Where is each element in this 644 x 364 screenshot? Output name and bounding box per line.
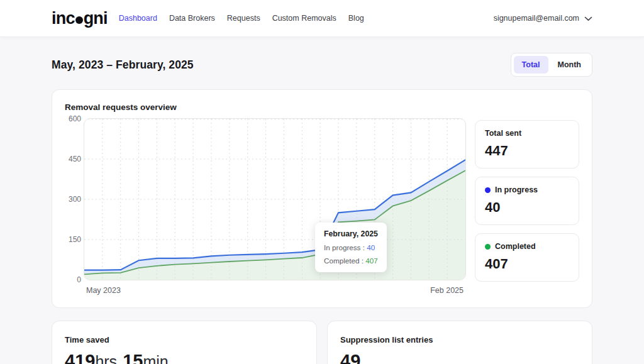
removal-requests-card: Removal requests overview 600 450 300 15… — [52, 89, 592, 308]
in-progress-dot-icon — [485, 187, 491, 193]
x-label-start: May 2023 — [86, 286, 121, 295]
in-progress-value: 40 — [485, 199, 569, 216]
time-saved-card: Time saved 419hrs15min — [52, 321, 317, 364]
logo-text-left: inc — [52, 9, 75, 28]
chart-region: 600 450 300 150 0 February, 2025 — [65, 118, 466, 295]
nav-item-dashboard[interactable]: Dashboard — [119, 14, 157, 23]
page-heading-row: May, 2023 – February, 2025 Total Month — [52, 53, 592, 77]
logo-text-right: gni — [84, 9, 108, 28]
date-range-title: May, 2023 – February, 2025 — [52, 58, 194, 72]
logo-dot-icon — [75, 16, 83, 24]
tooltip-value-in-progress: 40 — [367, 243, 375, 251]
y-tick: 600 — [69, 114, 81, 123]
hours-unit: hrs — [95, 353, 117, 364]
nav-item-data-brokers[interactable]: Data Brokers — [169, 14, 215, 23]
plot-area[interactable] — [84, 118, 466, 280]
y-tick: 450 — [69, 155, 81, 163]
stat-card-completed: Completed 407 — [475, 233, 579, 282]
suppression-list-card: Suppression list entries 49 — [327, 321, 592, 364]
y-tick: 300 — [69, 195, 81, 204]
nav-item-requests[interactable]: Requests — [227, 14, 260, 23]
tooltip-row-completed: Completed : 407 — [324, 256, 378, 265]
stat-label: Completed — [495, 242, 536, 251]
nav-item-blog[interactable]: Blog — [348, 14, 364, 23]
tooltip-value-completed: 407 — [365, 256, 378, 265]
y-tick: 0 — [77, 275, 81, 284]
stat-card-total-sent: Total sent 447 — [475, 120, 579, 168]
chevron-down-icon — [584, 13, 592, 24]
suppression-list-value: 49 — [340, 351, 579, 364]
account-email: signupemail@email.com — [494, 14, 579, 23]
toggle-month-button[interactable]: Month — [550, 56, 589, 74]
minutes-unit: min — [143, 353, 168, 364]
tooltip-title: February, 2025 — [324, 229, 378, 238]
account-menu[interactable]: signupemail@email.com — [494, 13, 592, 24]
card-title: Removal requests overview — [65, 102, 579, 112]
hours-number: 419 — [65, 351, 95, 364]
total-sent-value: 447 — [485, 143, 569, 159]
tooltip-row-in-progress: In progress : 40 — [324, 243, 378, 251]
main-nav: Dashboard Data Brokers Requests Custom R… — [119, 14, 364, 23]
y-axis: 600 450 300 150 0 — [65, 118, 81, 280]
y-tick: 150 — [69, 235, 81, 244]
suppression-list-label: Suppression list entries — [340, 335, 579, 345]
total-month-toggle: Total Month — [511, 53, 592, 77]
completed-value: 407 — [485, 256, 569, 272]
minutes-number: 15 — [123, 351, 143, 364]
time-saved-value: 419hrs15min — [65, 351, 304, 364]
stat-label: In progress — [495, 185, 538, 194]
stat-label: Total sent — [485, 129, 521, 138]
x-label-end: Feb 2025 — [430, 286, 464, 295]
toggle-total-button[interactable]: Total — [514, 56, 548, 74]
time-saved-label: Time saved — [65, 335, 304, 345]
x-axis: May 2023 Feb 2025 — [84, 280, 466, 295]
incogni-logo[interactable]: incgni — [52, 9, 108, 28]
area-chart — [84, 119, 465, 280]
stat-card-in-progress: In progress 40 — [475, 177, 579, 225]
stats-column: Total sent 447 In progress 40 Completed — [475, 118, 579, 295]
chart-tooltip: February, 2025 In progress : 40 Complete… — [315, 223, 387, 272]
top-nav: incgni Dashboard Data Brokers Requests C… — [0, 0, 644, 36]
completed-dot-icon — [485, 244, 491, 250]
nav-item-custom-removals[interactable]: Custom Removals — [272, 14, 336, 23]
